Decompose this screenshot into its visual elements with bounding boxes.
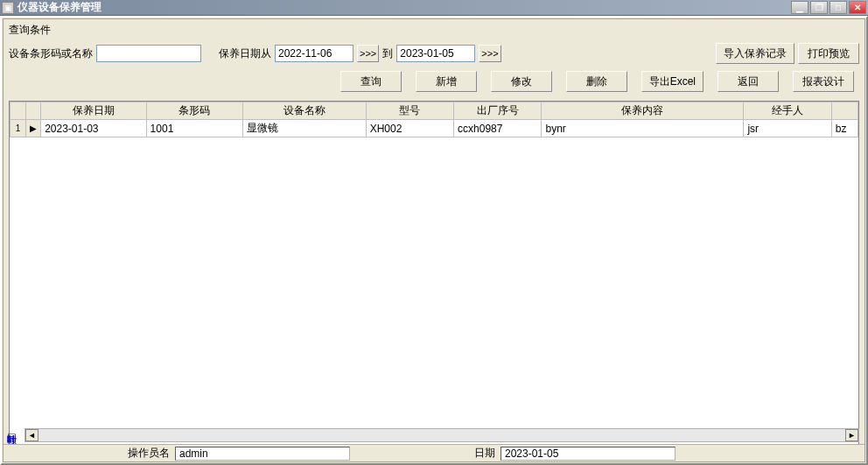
export-excel-button[interactable]: 导出Excel: [641, 71, 704, 92]
horizontal-scrollbar[interactable]: ◄ ►: [24, 428, 859, 442]
col-barcode[interactable]: 条形码: [146, 102, 242, 120]
close-button[interactable]: ✕: [849, 1, 866, 14]
col-last[interactable]: [831, 102, 858, 120]
delete-button[interactable]: 删除: [566, 71, 627, 92]
import-record-button[interactable]: 导入保养记录: [716, 43, 794, 64]
table-header-row: 保养日期 条形码 设备名称 型号 出厂序号 保养内容 经手人: [10, 102, 858, 120]
date-from-label: 保养日期从: [219, 46, 271, 61]
barcode-label: 设备条形码或名称: [9, 46, 93, 61]
date-from-input[interactable]: [275, 45, 354, 62]
operator-value: admin: [175, 447, 350, 461]
cell-name: 显微镜: [243, 120, 367, 137]
query-section-label: 查询条件: [9, 21, 859, 39]
system-menu-icon[interactable]: ▣: [2, 2, 14, 14]
cell-serial: ccxh0987: [454, 120, 542, 137]
scroll-right-icon[interactable]: ►: [845, 429, 858, 441]
report-design-button[interactable]: 报表设计: [793, 71, 854, 92]
barcode-input[interactable]: [96, 45, 201, 62]
minimize-button[interactable]: ▁: [791, 1, 808, 14]
col-content[interactable]: 保养内容: [542, 102, 744, 120]
back-button[interactable]: 返回: [718, 71, 779, 92]
cell-handler: jsr: [744, 120, 831, 137]
col-date[interactable]: 保养日期: [41, 102, 146, 120]
maximize-button[interactable]: □: [830, 1, 847, 14]
col-name[interactable]: 设备名称: [243, 102, 367, 120]
date-to-label: 到: [382, 46, 393, 61]
row-pointer-icon: ▶: [26, 120, 41, 137]
table-row[interactable]: 1 ▶ 2023-01-03 1001 显微镜 XH002 ccxh0987 b…: [10, 120, 858, 137]
scroll-left-icon[interactable]: ◄: [25, 429, 38, 441]
col-model[interactable]: 型号: [366, 102, 453, 120]
query-button[interactable]: 查询: [340, 71, 402, 92]
titlebar: ▣ 仪器设备保养管理 ▁ ❐ □ ✕: [0, 0, 868, 16]
status-bar: 操作员名 admin 日期 2023-01-05: [4, 444, 864, 461]
date-from-picker-button[interactable]: >>>: [357, 45, 379, 62]
col-serial[interactable]: 出厂序号: [454, 102, 542, 120]
date-to-picker-button[interactable]: >>>: [479, 45, 500, 62]
cell-barcode: 1001: [146, 120, 242, 137]
operator-label: 操作员名: [128, 446, 170, 461]
date-to-input[interactable]: [396, 45, 475, 62]
data-grid[interactable]: 保养日期 条形码 设备名称 型号 出厂序号 保养内容 经手人 1 ▶ 2023-…: [9, 101, 859, 456]
row-number: 1: [10, 120, 26, 137]
edit-button[interactable]: 修改: [491, 71, 552, 92]
cell-last: bz: [831, 120, 858, 137]
restore-button[interactable]: ❐: [810, 1, 828, 14]
col-handler[interactable]: 经手人: [744, 102, 831, 120]
add-button[interactable]: 新增: [416, 71, 477, 92]
cell-date: 2023-01-03: [41, 120, 146, 137]
status-date-label: 日期: [474, 446, 495, 461]
print-preview-button[interactable]: 打印预览: [798, 43, 859, 64]
window-title: 仪器设备保养管理: [18, 0, 791, 15]
cell-content: bynr: [542, 120, 744, 137]
cell-model: XH002: [366, 120, 453, 137]
status-date-value: 2023-01-05: [500, 447, 676, 461]
